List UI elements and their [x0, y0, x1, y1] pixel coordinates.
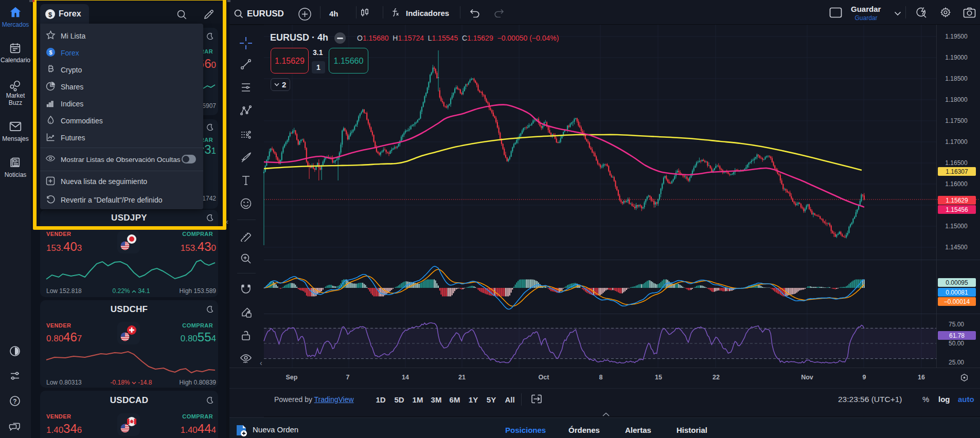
- svg-text:?: ?: [13, 398, 16, 405]
